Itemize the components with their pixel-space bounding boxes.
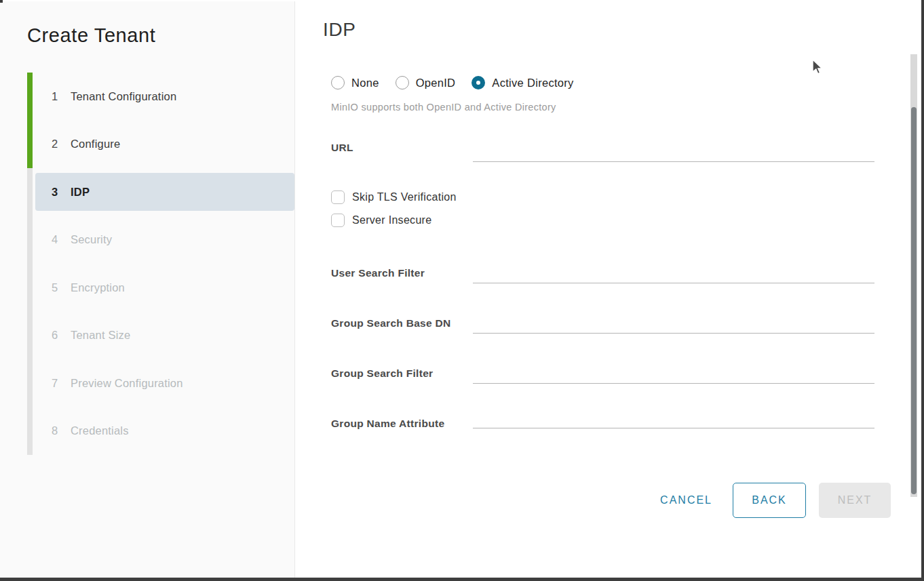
- field-label: User Search Filter: [331, 264, 473, 282]
- form-field-group-search-base-dn: Group Search Base DN: [331, 314, 874, 334]
- wizard-sidebar: Create Tenant 1Tenant Configuration2Conf…: [0, 1, 295, 578]
- step-inner: 5Encryption: [35, 268, 294, 306]
- tls-checkbox-group: Skip TLS VerificationServer Insecure: [331, 191, 874, 227]
- steps-progress-completed: [27, 73, 33, 168]
- idp-type-radio-group: NoneOpenIDActive Directory: [331, 75, 891, 91]
- window-corner-mark: [0, 0, 3, 3]
- step-number: 6: [52, 329, 71, 342]
- sidebar-step-configure[interactable]: 2Configure: [35, 121, 294, 169]
- group-search-filter-input[interactable]: [473, 364, 874, 384]
- sidebar-step-credentials[interactable]: 8Credentials: [35, 407, 294, 456]
- wizard-title: Create Tenant: [27, 24, 294, 47]
- checkbox-label: Server Insecure: [352, 214, 431, 226]
- group-name-attribute-input[interactable]: [473, 414, 874, 428]
- step-inner: 3IDP: [35, 173, 294, 211]
- step-number: 4: [52, 233, 71, 246]
- checkbox-label: Skip TLS Verification: [352, 191, 457, 203]
- checkbox-unchecked-icon[interactable]: [331, 214, 345, 227]
- step-number: 3: [52, 186, 71, 199]
- step-label: Tenant Configuration: [71, 90, 176, 103]
- idp-step-panel: IDP NoneOpenIDActive Directory MinIO sup…: [296, 0, 921, 578]
- form-field-group-search-filter: Group Search Filter: [331, 364, 874, 384]
- group-search-base-dn-input[interactable]: [473, 314, 874, 334]
- step-label: IDP: [71, 186, 90, 199]
- sidebar-step-idp[interactable]: 3IDP: [35, 168, 294, 216]
- sidebar-step-security[interactable]: 4Security: [35, 216, 294, 264]
- step-number: 7: [52, 377, 71, 390]
- sidebar-step-tenant-configuration[interactable]: 1Tenant Configuration: [35, 73, 294, 121]
- scrollbar-thumb[interactable]: [911, 107, 917, 494]
- radio-selected-icon[interactable]: [471, 76, 485, 89]
- idp-option-openid[interactable]: OpenID: [396, 76, 456, 89]
- create-tenant-wizard: Create Tenant 1Tenant Configuration2Conf…: [0, 0, 924, 581]
- url-input[interactable]: [473, 138, 874, 162]
- vertical-scrollbar[interactable]: [910, 54, 917, 497]
- wizard-actions: CANCEL BACK NEXT: [331, 483, 891, 518]
- radio-unselected-icon[interactable]: [331, 76, 345, 89]
- step-number: 1: [52, 90, 71, 103]
- step-number: 2: [52, 138, 71, 151]
- step-inner: 7Preview Configuration: [35, 364, 294, 402]
- field-label: Group Search Filter: [331, 364, 473, 382]
- form-field-group-name-attribute: Group Name Attribute: [331, 414, 874, 433]
- step-inner: 4Security: [35, 221, 294, 259]
- steps-progress-track: [27, 73, 33, 455]
- step-label: Preview Configuration: [71, 377, 183, 390]
- checkbox-unchecked-icon[interactable]: [331, 191, 345, 204]
- checkbox-server-insecure[interactable]: Server Insecure: [331, 214, 874, 227]
- step-inner: 1Tenant Configuration: [35, 77, 294, 115]
- idp-option-none[interactable]: None: [331, 76, 379, 89]
- steps-list: 1Tenant Configuration2Configure3IDP4Secu…: [27, 73, 294, 455]
- step-inner: 6Tenant Size: [35, 317, 294, 355]
- page-title: IDP: [323, 19, 891, 41]
- idp-option-active-directory[interactable]: Active Directory: [471, 76, 573, 89]
- idp-helper-text: MinIO supports both OpenID and Active Di…: [331, 102, 891, 113]
- radio-label: None: [351, 77, 379, 89]
- step-label: Encryption: [71, 281, 125, 294]
- back-button[interactable]: BACK: [733, 483, 806, 518]
- sidebar-step-tenant-size[interactable]: 6Tenant Size: [35, 312, 294, 360]
- step-inner: 2Configure: [35, 125, 294, 163]
- user-search-filter-input[interactable]: [473, 264, 874, 283]
- step-label: Configure: [71, 138, 120, 151]
- step-inner: 8Credentials: [35, 412, 294, 450]
- field-label: Group Search Base DN: [331, 314, 473, 332]
- radio-label: OpenID: [416, 77, 456, 89]
- field-label: Group Name Attribute: [331, 414, 473, 433]
- checkbox-skip-tls-verification[interactable]: Skip TLS Verification: [331, 191, 874, 204]
- window-right-edge: [921, 0, 924, 581]
- cancel-button[interactable]: CANCEL: [660, 494, 712, 506]
- form-field-url: URL: [331, 138, 874, 162]
- idp-form: URLSkip TLS VerificationServer InsecureU…: [331, 138, 874, 433]
- wizard-steps: 1Tenant Configuration2Configure3IDP4Secu…: [27, 73, 294, 455]
- sidebar-step-preview-configuration[interactable]: 7Preview Configuration: [35, 359, 294, 407]
- step-label: Credentials: [71, 424, 129, 437]
- window-bottom-edge: [0, 578, 924, 581]
- sidebar-step-encryption[interactable]: 5Encryption: [35, 264, 294, 312]
- radio-unselected-icon[interactable]: [396, 76, 409, 89]
- field-label: URL: [331, 138, 473, 157]
- radio-label: Active Directory: [492, 77, 573, 89]
- step-label: Security: [71, 233, 112, 246]
- step-number: 8: [52, 424, 71, 437]
- step-label: Tenant Size: [71, 329, 130, 342]
- next-button[interactable]: NEXT: [819, 483, 891, 518]
- step-number: 5: [52, 281, 71, 294]
- form-field-user-search-filter: User Search Filter: [331, 264, 874, 283]
